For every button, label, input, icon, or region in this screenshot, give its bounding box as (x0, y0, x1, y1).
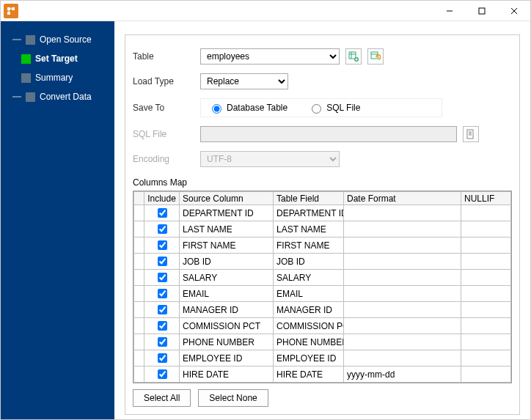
row-selector[interactable] (134, 334, 144, 350)
include-checkbox[interactable] (158, 208, 167, 218)
cell-nullif[interactable] (461, 318, 511, 334)
cell-target[interactable]: EMPLOYEE ID (274, 350, 344, 366)
cell-include[interactable] (144, 366, 180, 383)
row-selector[interactable] (134, 205, 144, 221)
cell-target[interactable]: DEPARTMENT ID (274, 205, 344, 221)
table-row[interactable]: JOB IDJOB ID (134, 254, 511, 270)
cell-format[interactable] (344, 221, 461, 237)
cell-target[interactable]: MANAGER ID (274, 302, 344, 318)
cell-target[interactable]: FIRST NAME (274, 237, 344, 254)
cell-target[interactable]: PHONE NUMBER (274, 334, 344, 350)
cell-format[interactable] (344, 318, 461, 334)
cell-include[interactable] (144, 270, 180, 286)
maximize-button[interactable] (466, 1, 498, 21)
cell-source[interactable]: SALARY (180, 270, 274, 286)
include-checkbox[interactable] (158, 353, 167, 363)
include-checkbox[interactable] (158, 337, 167, 347)
cell-format[interactable] (344, 254, 461, 270)
nav-step-open-source[interactable]: Open Source (1, 30, 114, 49)
cell-include[interactable] (144, 302, 180, 318)
columns-map-grid[interactable]: Include Source Column Table Field Date F… (133, 191, 512, 383)
load-type-select[interactable]: Replace (200, 73, 288, 89)
cell-format[interactable]: yyyy-mm-dd (344, 366, 461, 383)
cell-nullif[interactable] (461, 334, 511, 350)
table-row[interactable]: DEPARTMENT IDDEPARTMENT ID (134, 205, 511, 221)
radio-sql-file[interactable]: SQL File (308, 102, 360, 114)
row-selector[interactable] (134, 318, 144, 334)
browse-file-button[interactable] (463, 126, 479, 142)
table-select[interactable]: employees (200, 48, 340, 65)
cell-source[interactable]: COMMISSION PCT (180, 318, 274, 334)
row-selector[interactable] (134, 270, 144, 286)
cell-target[interactable]: SALARY (274, 270, 344, 286)
cell-include[interactable] (144, 350, 180, 366)
cell-include[interactable] (144, 254, 180, 270)
row-selector[interactable] (134, 366, 144, 383)
cell-nullif[interactable] (461, 270, 511, 286)
grid-header-include[interactable]: Include (144, 192, 180, 205)
cell-format[interactable] (344, 270, 461, 286)
cell-nullif[interactable] (461, 286, 511, 302)
cell-source[interactable]: HIRE DATE (180, 366, 274, 383)
include-checkbox[interactable] (158, 369, 167, 379)
grid-header-source[interactable]: Source Column (180, 192, 274, 205)
radio-database-table[interactable]: Database Table (208, 102, 288, 114)
cell-source[interactable]: LAST NAME (180, 221, 274, 237)
cell-format[interactable] (344, 350, 461, 366)
row-selector[interactable] (134, 254, 144, 270)
cell-source[interactable]: MANAGER ID (180, 302, 274, 318)
grid-header-format[interactable]: Date Format (344, 192, 461, 205)
cell-source[interactable]: PHONE NUMBER (180, 334, 274, 350)
cell-source[interactable]: FIRST NAME (180, 237, 274, 254)
include-checkbox[interactable] (158, 321, 167, 331)
cell-source[interactable]: DEPARTMENT ID (180, 205, 274, 221)
cell-format[interactable] (344, 286, 461, 302)
minimize-button[interactable] (433, 1, 466, 21)
cell-target[interactable]: JOB ID (274, 254, 344, 270)
row-selector[interactable] (134, 221, 144, 237)
refresh-table-button[interactable] (367, 48, 384, 65)
table-row[interactable]: MANAGER IDMANAGER ID (134, 302, 511, 318)
grid-header-nullif[interactable]: NULLIF (461, 192, 511, 205)
cell-format[interactable] (344, 237, 461, 254)
cell-target[interactable]: HIRE DATE (274, 366, 344, 383)
cell-source[interactable]: JOB ID (180, 254, 274, 270)
include-checkbox[interactable] (158, 240, 167, 250)
cell-include[interactable] (144, 205, 180, 221)
cell-include[interactable] (144, 334, 180, 350)
cell-nullif[interactable] (461, 254, 511, 270)
include-checkbox[interactable] (158, 273, 167, 282)
cell-nullif[interactable] (461, 350, 511, 366)
cell-nullif[interactable] (461, 221, 511, 237)
include-checkbox[interactable] (158, 224, 167, 234)
cell-nullif[interactable] (461, 366, 511, 383)
row-selector[interactable] (134, 237, 144, 254)
cell-target[interactable]: COMMISSION PCT (274, 318, 344, 334)
row-selector[interactable] (134, 350, 144, 366)
nav-step-set-target[interactable]: Set Target (1, 49, 114, 68)
cell-target[interactable]: EMAIL (274, 286, 344, 302)
cell-include[interactable] (144, 221, 180, 237)
cell-format[interactable] (344, 302, 461, 318)
table-row[interactable]: EMAILEMAIL (134, 286, 511, 302)
row-selector[interactable] (134, 286, 144, 302)
cell-include[interactable] (144, 318, 180, 334)
table-row[interactable]: HIRE DATEHIRE DATEyyyy-mm-dd (134, 366, 511, 383)
cell-nullif[interactable] (461, 302, 511, 318)
cell-nullif[interactable] (461, 205, 511, 221)
grid-header-target[interactable]: Table Field (274, 192, 344, 205)
cell-include[interactable] (144, 237, 180, 254)
table-row[interactable]: FIRST NAMEFIRST NAME (134, 237, 511, 254)
cell-target[interactable]: LAST NAME (274, 221, 344, 237)
table-row[interactable]: SALARYSALARY (134, 270, 511, 286)
select-all-button[interactable]: Select All (133, 389, 191, 407)
cell-format[interactable] (344, 205, 461, 221)
add-table-button[interactable] (345, 48, 362, 65)
include-checkbox[interactable] (158, 305, 167, 314)
table-row[interactable]: COMMISSION PCTCOMMISSION PCT (134, 318, 511, 334)
table-row[interactable]: LAST NAMELAST NAME (134, 221, 511, 237)
nav-step-convert-data[interactable]: Convert Data (1, 87, 114, 106)
select-none-button[interactable]: Select None (198, 389, 268, 407)
cell-source[interactable]: EMAIL (180, 286, 274, 302)
cell-nullif[interactable] (461, 237, 511, 254)
